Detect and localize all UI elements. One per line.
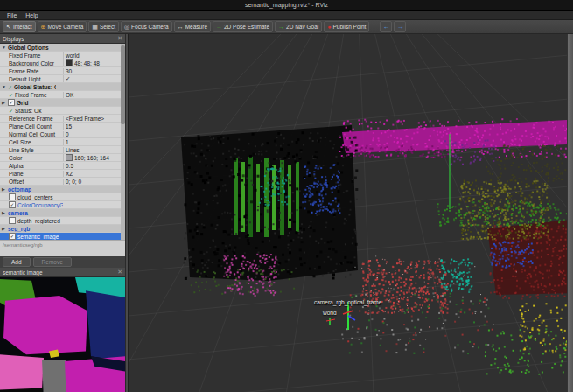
property-name: Status: Ok [15,108,41,114]
property-name: Cell Size [9,139,31,145]
display-row[interactable]: Normal Cell Count0 [0,130,121,138]
property-name: Normal Cell Count [9,131,55,137]
3d-viewport[interactable]: camera_rgb_optical_frame world [128,34,567,392]
display-row[interactable]: ▶camera [0,209,121,217]
tool-2d-nav-goal[interactable]: →2D Nav Goal [275,21,322,32]
display-row[interactable]: Alpha0.5 [0,162,121,170]
property-name: Fixed Frame [9,52,40,59]
tool-select[interactable]: ▦Select [88,21,119,32]
left-column: Displays ✕ ▼Global OptionsFixed Framewor… [0,34,125,392]
display-row[interactable]: Offset0; 0; 0 [0,178,121,186]
display-row[interactable]: ▼✓Global Status: Ok [0,83,121,91]
right-panel-splitter[interactable] [567,34,573,392]
display-row[interactable]: Frame Rate30 [0,67,121,75]
display-checkbox[interactable]: ✓ [9,201,16,208]
tool-2d-pose-estimate[interactable]: →2D Pose Estimate [213,21,273,32]
tool-measure[interactable]: ↔Measure [174,21,211,32]
display-row[interactable]: PlaneXZ [0,170,121,178]
display-checkbox[interactable]: ✓ [8,99,15,106]
expander-icon[interactable]: ▶ [2,186,6,192]
semantic-image-panel-title: semantic image [3,270,43,276]
property-value: 0.5 [66,163,73,169]
display-row[interactable]: ✓Status: Ok [0,107,121,115]
displays-panel-header[interactable]: Displays ✕ [0,34,125,44]
property-name: Plane [9,171,24,177]
display-row[interactable]: Cell Size1 [0,138,121,146]
property-name: Fixed Frame [15,92,46,98]
display-row[interactable]: depth_registered [0,217,121,225]
tool-interact[interactable]: ↖Interact [3,21,36,32]
status-ok-icon: ✓ [9,108,13,114]
property-name: seg_rgb [8,226,30,232]
expander-icon[interactable]: ▶ [2,100,6,105]
2d-pose-estimate-icon: → [216,24,222,30]
display-row[interactable]: Reference Frame<Fixed Frame> [0,115,121,122]
property-name: Reference Frame [9,116,53,122]
menu-help[interactable]: Help [25,12,38,18]
property-value: OK [66,92,73,98]
property-value: 1 [66,139,69,145]
property-name: octomap [8,186,31,192]
close-icon[interactable]: ✕ [117,269,122,276]
tool-label: 2D Nav Goal [286,24,318,30]
tool-publish-point[interactable]: ●Publish Point [324,21,369,32]
scrollbar-thumb[interactable] [121,46,125,124]
interact-icon: ↖ [6,24,11,30]
forward-arrow-icon[interactable]: → [394,21,406,32]
expander-icon[interactable]: ▼ [2,84,6,89]
displays-panel-title: Displays [3,36,24,42]
viewport-canvas [129,34,567,392]
remove-display-button[interactable]: Remove [33,257,72,267]
back-arrow-icon[interactable]: ← [380,21,392,32]
display-row[interactable]: Line StyleLines [0,146,121,154]
2d-nav-goal-icon: → [278,24,284,30]
display-checkbox[interactable] [9,217,16,224]
display-row[interactable]: ▶seg_rgb [0,225,121,233]
tool-move-camera[interactable]: ⊕Move Camera [38,21,87,32]
title-bar[interactable]: semantic_mapping.rviz* - RViz [0,0,573,10]
display-row[interactable]: ✓ColorOccupancyGrid [0,201,121,209]
semantic-image-view[interactable] [0,277,125,392]
menu-file[interactable]: File [7,12,17,18]
property-name: Color [9,155,23,161]
display-row[interactable]: ▶✓Grid [0,99,121,107]
tool-label: 2D Pose Estimate [224,24,269,30]
display-row[interactable]: ✓Fixed FrameOK [0,91,121,99]
display-row[interactable]: Fixed Frameworld [0,52,121,60]
status-ok-icon: ✓ [8,84,12,90]
property-help-text: /semanticseg/rgb [0,240,125,256]
move-camera-icon: ⊕ [41,24,46,30]
display-row[interactable]: Background Color48; 48; 48 [0,60,121,67]
property-value: XZ [66,171,73,177]
semantic-image-panel-header[interactable]: semantic image ✕ [0,268,125,277]
display-checkbox[interactable]: ✓ [9,233,16,240]
property-name: Global Options [8,45,49,51]
display-checkbox[interactable] [9,193,16,200]
tool-focus-camera[interactable]: ◎Focus Camera [121,21,172,32]
property-name: Offset [9,178,24,185]
property-value: 0; 0; 0 [66,178,81,185]
displays-scrollbar[interactable] [121,44,125,240]
toolbar: ↖Interact⊕Move Camera▦Select◎Focus Camer… [0,20,573,34]
property-name: Line Style [9,147,34,153]
tool-label: Measure [185,24,207,30]
display-row[interactable]: Default Light✓ [0,75,121,83]
display-row[interactable]: ✓semantic_image [0,233,121,240]
add-display-button[interactable]: Add [3,257,31,267]
tool-label: Interact [13,24,32,30]
close-icon[interactable]: ✕ [117,35,122,42]
display-row[interactable]: Color160; 160; 164 [0,154,121,162]
display-row[interactable]: ▼Global Options [0,44,121,52]
tool-label: Focus Camera [131,24,169,30]
expander-icon[interactable]: ▼ [2,45,6,50]
property-name: depth_registered [17,218,60,224]
property-name: camera [8,210,28,216]
property-value: world [66,52,80,59]
display-row[interactable]: ▶octomap [0,186,121,193]
property-name: Alpha [9,163,24,169]
color-swatch [66,60,73,66]
display-row[interactable]: Plane Cell Count15 [0,122,121,130]
expander-icon[interactable]: ▶ [2,226,6,231]
expander-icon[interactable]: ▶ [2,210,6,215]
display-row[interactable]: cloud_centers [0,193,121,201]
